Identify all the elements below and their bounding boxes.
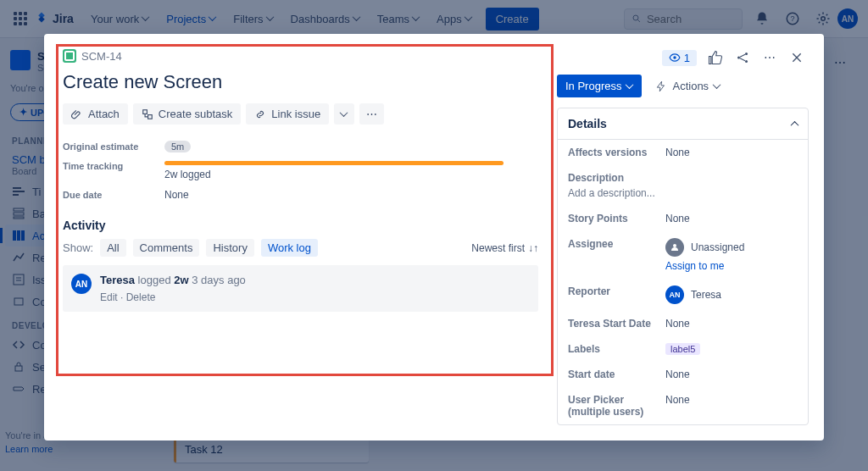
issue-dialog: SCM-14 Create new Screen Attach Create s… bbox=[44, 34, 824, 441]
svg-point-23 bbox=[745, 53, 748, 55]
user-picker-value[interactable]: None bbox=[665, 394, 690, 418]
chevron-down-icon bbox=[626, 83, 633, 90]
tab-history[interactable]: History bbox=[206, 239, 253, 257]
attach-icon bbox=[71, 108, 83, 120]
issue-title[interactable]: Create new Screen bbox=[63, 71, 538, 93]
description-label: Description bbox=[568, 172, 665, 184]
modal-overlay: SCM-14 Create new Screen Attach Create s… bbox=[0, 0, 868, 471]
due-date-label: Due date bbox=[63, 190, 164, 200]
time-tracking-bar bbox=[164, 161, 504, 165]
worklog-when: 3 days ago bbox=[192, 274, 246, 286]
worklog-amount: 2w bbox=[174, 274, 188, 286]
eye-icon bbox=[669, 52, 681, 64]
user-picker-label: User Picker (multiple users) bbox=[568, 394, 665, 418]
svg-rect-19 bbox=[143, 109, 147, 114]
tab-comments[interactable]: Comments bbox=[133, 239, 200, 257]
original-estimate-label: Original estimate bbox=[63, 141, 164, 152]
svg-point-24 bbox=[745, 60, 748, 63]
time-tracking-label: Time tracking bbox=[63, 161, 164, 171]
worklog-avatar[interactable]: AN bbox=[71, 274, 92, 294]
assign-to-me-link[interactable]: Assign to me bbox=[665, 260, 744, 272]
teresa-start-date-value[interactable]: None bbox=[665, 318, 690, 330]
more-actions-button[interactable]: ⋯ bbox=[359, 103, 384, 125]
chevron-down-icon bbox=[714, 83, 721, 90]
issue-sidebar: 1 ⋯ In Progress Actions Details bbox=[557, 34, 824, 441]
issue-main: SCM-14 Create new Screen Attach Create s… bbox=[44, 34, 557, 441]
time-tracking-value[interactable]: 2w logged bbox=[164, 161, 504, 180]
watch-button[interactable]: 1 bbox=[662, 50, 697, 66]
status-dropdown[interactable]: In Progress bbox=[557, 75, 642, 97]
assignee-label: Assignee bbox=[568, 238, 665, 272]
more-icon[interactable]: ⋯ bbox=[761, 49, 778, 66]
link-issue-button[interactable]: Link issue bbox=[246, 103, 329, 125]
due-date-value[interactable]: None bbox=[164, 189, 189, 201]
story-points-value[interactable]: None bbox=[665, 213, 690, 224]
affects-versions-value[interactable]: None bbox=[665, 147, 690, 158]
link-dropdown[interactable] bbox=[334, 103, 354, 125]
tab-all[interactable]: All bbox=[100, 239, 125, 257]
create-subtask-button[interactable]: Create subtask bbox=[133, 103, 241, 125]
description-field[interactable]: Add a description... bbox=[568, 187, 798, 199]
issue-type-story-icon[interactable] bbox=[63, 49, 76, 63]
labels-value[interactable]: label5 bbox=[665, 343, 700, 355]
svg-point-29 bbox=[673, 244, 676, 247]
reporter-value[interactable]: ANTeresa bbox=[665, 285, 721, 304]
actions-dropdown[interactable]: Actions bbox=[648, 75, 727, 97]
story-points-label: Story Points bbox=[568, 213, 665, 224]
reporter-label: Reporter bbox=[568, 285, 665, 304]
original-estimate-value[interactable]: 5m bbox=[164, 141, 191, 152]
close-icon[interactable] bbox=[788, 49, 805, 66]
highlight-box bbox=[56, 44, 554, 376]
svg-line-25 bbox=[740, 54, 745, 57]
start-date-value[interactable]: None bbox=[665, 368, 690, 380]
assignee-value[interactable]: Unassigned bbox=[665, 238, 744, 257]
svg-point-22 bbox=[737, 57, 740, 59]
worklog-delete[interactable]: Delete bbox=[126, 291, 156, 303]
chevron-up-icon bbox=[792, 121, 798, 127]
activity-show-label: Show: bbox=[63, 241, 93, 254]
attach-button[interactable]: Attach bbox=[63, 103, 128, 125]
share-icon[interactable] bbox=[734, 49, 751, 66]
details-toggle[interactable]: Details bbox=[558, 108, 808, 140]
subtask-icon bbox=[142, 108, 153, 120]
affects-versions-label: Affects versions bbox=[568, 147, 665, 158]
worklog-author[interactable]: Teresa bbox=[100, 274, 135, 286]
svg-line-26 bbox=[740, 58, 745, 61]
like-icon[interactable] bbox=[707, 49, 724, 66]
link-icon bbox=[254, 108, 266, 120]
start-date-label: Start date bbox=[568, 368, 665, 380]
worklog-entry: AN Teresa logged 2w 3 days ago Edit · De… bbox=[63, 265, 538, 312]
issue-key[interactable]: SCM-14 bbox=[81, 50, 122, 63]
svg-point-21 bbox=[673, 56, 676, 59]
bolt-icon bbox=[655, 80, 667, 92]
reporter-avatar: AN bbox=[665, 285, 684, 304]
details-panel: Details Affects versionsNone Description… bbox=[557, 108, 809, 425]
unassigned-avatar-icon bbox=[665, 238, 684, 257]
svg-rect-20 bbox=[147, 114, 152, 119]
chevron-down-icon bbox=[341, 111, 348, 118]
tab-worklog[interactable]: Work log bbox=[261, 239, 318, 257]
teresa-start-date-label: Teresa Start Date bbox=[568, 318, 665, 330]
worklog-edit[interactable]: Edit bbox=[100, 291, 118, 303]
sort-toggle[interactable]: Newest first ↓↑ bbox=[471, 242, 538, 254]
activity-heading: Activity bbox=[63, 219, 538, 232]
labels-label: Labels bbox=[568, 343, 665, 355]
